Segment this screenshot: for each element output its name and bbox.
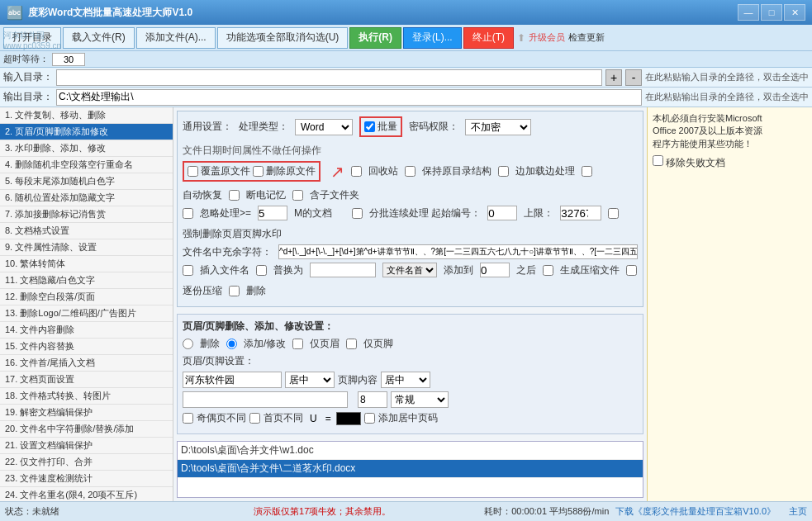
minimize-button[interactable]: —: [738, 4, 759, 21]
check-update-link[interactable]: 检查更新: [568, 31, 605, 44]
sidebar-item[interactable]: 17. 文档页面设置: [0, 372, 173, 388]
sidebar-item[interactable]: 2. 页眉/页脚删除添加修改: [0, 124, 173, 140]
sidebar-item[interactable]: 22. 仅文件打印、合并: [0, 454, 173, 471]
file-list-item[interactable]: D:\tools\桌面\合并文件\w1.doc: [178, 442, 643, 460]
login-button[interactable]: 登录(L)...: [403, 27, 462, 49]
delete-radio[interactable]: [183, 339, 193, 349]
remove-failed-checkbox[interactable]: [653, 155, 663, 166]
delete-after-checkbox[interactable]: [229, 286, 240, 296]
upgrade-link[interactable]: 升级会员: [529, 31, 565, 44]
header-only-checkbox[interactable]: [292, 339, 303, 349]
sidebar-item[interactable]: 23. 文件速度检测统计: [0, 471, 173, 487]
char-fill-input[interactable]: [278, 244, 638, 259]
input-dir-minus[interactable]: -: [625, 69, 642, 86]
subfolder-checkbox[interactable]: [292, 190, 303, 201]
edge-label: 边加载边处理: [515, 164, 575, 178]
file-date-label: 文件日期时间属性不做任何操作: [183, 144, 321, 158]
sidebar-item[interactable]: 9. 文件属性清除、设置: [0, 239, 173, 256]
split-checkbox[interactable]: [352, 208, 363, 219]
cancel-all-button[interactable]: 功能选项全部取消勾选(U): [217, 27, 349, 49]
sidebar: 1. 文件复制、移动、删除2. 页眉/页脚删除添加修改3. 水印删除、添加、修改…: [0, 107, 173, 501]
sidebar-item[interactable]: 18. 文件格式转换、转图片: [0, 388, 173, 405]
sidebar-item[interactable]: 15. 文件内容替换: [0, 339, 173, 355]
sidebar-item[interactable]: 7. 添加接删除标记消售赏: [0, 206, 173, 223]
close-button[interactable]: ✕: [784, 4, 805, 21]
file-list-item[interactable]: D:\tools\桌面\合并文件\二道茗水印.docx: [178, 460, 643, 478]
zip-checkbox[interactable]: [626, 265, 637, 276]
file-list-area[interactable]: D:\tools\桌面\合并文件\w1.docD:\tools\桌面\合并文件\…: [177, 441, 643, 498]
sidebar-item[interactable]: 3. 水印删除、添加、修改: [0, 140, 173, 157]
keep-dir-checkbox[interactable]: [405, 166, 415, 177]
sidebar-item[interactable]: 4. 删除随机非空段落空行重命名: [0, 157, 173, 173]
ignore-checkbox[interactable]: [183, 208, 193, 219]
notice-line3: 程序方能使用某些功能！: [653, 139, 753, 149]
batch-checkbox[interactable]: [364, 121, 375, 132]
sidebar-item[interactable]: 5. 每段末尾添加随机白色字: [0, 173, 173, 190]
replace-checkbox[interactable]: [256, 265, 267, 276]
delete-checkbox[interactable]: [253, 166, 264, 177]
add-to-input[interactable]: [480, 263, 510, 277]
font-size-input[interactable]: [358, 391, 387, 408]
sidebar-item[interactable]: 6. 随机位置处添加隐藏文字: [0, 190, 173, 206]
force-print-checkbox[interactable]: [608, 208, 619, 219]
split-value-input[interactable]: [487, 206, 517, 220]
edge-checkbox[interactable]: [498, 166, 509, 177]
compress-checkbox[interactable]: [543, 265, 553, 276]
sidebar-item[interactable]: 19. 解密文档编辑保护: [0, 405, 173, 421]
main-link[interactable]: 主页: [789, 505, 807, 518]
sidebar-item[interactable]: 16. 文件首/尾插入文档: [0, 355, 173, 372]
bookmark-checkbox[interactable]: [229, 190, 240, 201]
hf-radio-group: 删除 添加/修改: [183, 337, 286, 351]
output-dir-input[interactable]: [56, 89, 642, 106]
sidebar-item[interactable]: 14. 文件内容删除: [0, 322, 173, 339]
header-align-select[interactable]: 居中居左居右: [285, 372, 335, 388]
process-type-select[interactable]: Word Excel PPT: [295, 119, 353, 135]
replace-input[interactable]: [310, 263, 376, 277]
sidebar-item[interactable]: 8. 文档格式设置: [0, 223, 173, 239]
output-dir-label: 输出目录：: [3, 90, 53, 104]
firstpage-label: 首页不同: [264, 411, 303, 425]
firstpage-checkbox[interactable]: [249, 413, 260, 424]
settings-row-2: 覆盖原文件 删除原文件 ↗ 回收站 保持原目录结构 边加载边处理 自动恢复 断电…: [183, 161, 638, 202]
maximize-button[interactable]: □: [761, 4, 782, 21]
load-file-button[interactable]: 载入文件(R): [63, 27, 135, 49]
sidebar-item[interactable]: 20. 文件名中字符删除/替换/添加: [0, 421, 173, 438]
filename-pos-select[interactable]: 文件名首 文件名尾: [382, 263, 437, 277]
sidebar-item[interactable]: 11. 文档隐藏/白色文字: [0, 272, 173, 289]
add-file-button[interactable]: 添加文件(A)...: [136, 27, 216, 49]
font-style-select[interactable]: 常规加粗斜体: [391, 391, 449, 408]
input-dir-plus[interactable]: +: [605, 69, 622, 86]
remove-failed-row: 移除失败文档: [653, 155, 807, 170]
stop-button[interactable]: 终止(T): [463, 27, 514, 49]
download-link[interactable]: 下载《度彩文件批量处理百宝箱V10.0》: [615, 505, 776, 518]
sidebar-item[interactable]: 24. 文件名重名(限4, 20项不互斥): [0, 487, 173, 501]
hf-radio-row: 删除 添加/修改 仅页眉 仅页脚: [183, 337, 638, 351]
add-modify-radio[interactable]: [226, 339, 237, 349]
sidebar-item[interactable]: 1. 文件复制、移动、删除: [0, 107, 173, 124]
sidebar-item[interactable]: 12. 删除空白段落/页面: [0, 289, 173, 305]
pagenum-checkbox[interactable]: [364, 413, 375, 424]
footer-only-checkbox[interactable]: [346, 339, 357, 349]
footer-align-select[interactable]: 居中居左居右: [381, 372, 430, 388]
footer-text-input[interactable]: [183, 391, 348, 408]
main-area: 1. 文件复制、移动、删除2. 页眉/页脚删除添加修改3. 水印删除、添加、修改…: [0, 107, 812, 501]
demo-notice: 演示版仅第17项牛效；其余禁用。: [167, 505, 477, 518]
upper-value-input[interactable]: [560, 206, 601, 220]
sidebar-item[interactable]: 21. 设置文档编辑保护: [0, 438, 173, 454]
sidebar-item[interactable]: 13. 删除Logo/二维码图/广告图片: [0, 305, 173, 322]
auto-recovery-checkbox[interactable]: [582, 166, 592, 177]
input-dir-input[interactable]: [56, 69, 602, 86]
execute-button[interactable]: 执行(R): [349, 27, 401, 49]
ignore-value-input[interactable]: [258, 206, 287, 220]
recycle-checkbox[interactable]: [351, 166, 362, 177]
sidebar-item[interactable]: 10. 繁体转简体: [0, 256, 173, 272]
header-text-input[interactable]: [183, 372, 282, 388]
notice-line2: Office 2007及以上版本资源: [653, 126, 762, 135]
oddeven-checkbox[interactable]: [183, 413, 193, 424]
overwrite-checkbox[interactable]: [188, 166, 198, 177]
insert-filename-checkbox[interactable]: [183, 265, 193, 276]
color-picker[interactable]: [336, 412, 361, 425]
password-select[interactable]: 不加密: [465, 119, 531, 135]
open-dir-button[interactable]: 打开目录: [3, 27, 61, 49]
wait-input[interactable]: [52, 53, 85, 66]
